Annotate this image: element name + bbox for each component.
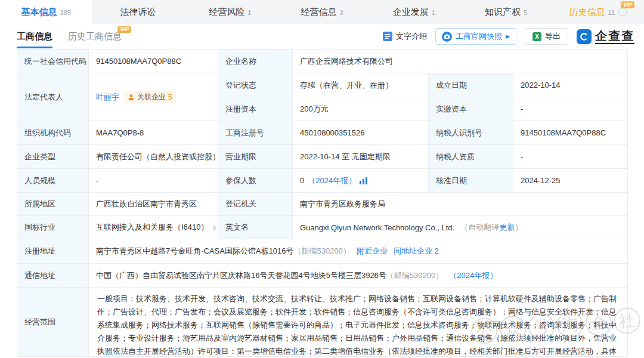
- reg-address-value: 南宁市青秀区中越路7号金旺角·CASA国际公馆A栋1016号: [96, 246, 294, 257]
- reg-capital-value: 200万元: [293, 97, 429, 121]
- est-date-label: 成立日期: [429, 73, 513, 97]
- subtab-label: 历史工商信息: [68, 31, 122, 41]
- insured-value: 0: [300, 176, 304, 185]
- tab-label: 企业发展: [393, 7, 429, 18]
- reg-status-label: 登记状态: [218, 73, 293, 97]
- snapshot-button[interactable]: 工商官网快照 ▶: [435, 28, 516, 45]
- qichacha-logo-text: 企查查: [595, 29, 634, 44]
- tab-count: 3: [339, 9, 343, 16]
- translate-update-link[interactable]: 更新: [499, 222, 515, 233]
- insured-report-link[interactable]: （2024年报）: [308, 175, 356, 186]
- staff-size-value: -: [89, 169, 218, 193]
- region-label: 所属地区: [17, 193, 89, 216]
- reg-authority-label: 登记机关: [218, 193, 293, 216]
- scope-value: 一般项目：技术服务、技术开发、技术咨询、技术交流、技术转让、技术推广；网络设备销…: [89, 288, 628, 357]
- approval-date-label: 核准日期: [429, 169, 513, 193]
- text-intro-label: 文字介绍: [396, 31, 427, 42]
- business-term-value: 2022-10-14 至 无固定期限: [293, 145, 429, 169]
- tab-company-development[interactable]: 企业发展 1: [368, 0, 460, 24]
- vip-badge: VIP: [621, 1, 634, 8]
- qichacha-logo[interactable]: 企查查: [577, 29, 634, 44]
- insured-label: 参保人数: [218, 169, 293, 193]
- text-intro-button[interactable]: 文字介绍: [383, 31, 427, 42]
- org-code-value: MAA7Q0P8-8: [89, 121, 218, 145]
- approval-date-value: 2024-12-25: [513, 169, 628, 193]
- chevron-down-icon[interactable]: ∨: [212, 224, 217, 232]
- scope-label: 经营范围: [17, 288, 89, 357]
- legal-rep-label: 法定代表人: [17, 73, 89, 121]
- tab-count: 5: [524, 9, 527, 16]
- tab-count: 385: [60, 9, 70, 16]
- industry-label: 国标行业: [17, 216, 89, 239]
- insured-cell: 0 （2024年报）: [293, 169, 429, 193]
- tab-operation-info[interactable]: 经营信息 3: [276, 0, 368, 24]
- nearby-companies-link[interactable]: 附近企业: [357, 246, 388, 257]
- play-arrow-icon: ▶: [506, 33, 510, 39]
- reg-no-label: 工商注册号: [218, 121, 293, 145]
- qichacha-logo-icon: [577, 29, 592, 44]
- related-companies-count: 5: [168, 93, 172, 101]
- mail-address-zip: （邮编530200）: [386, 270, 443, 281]
- tab-count: 11: [608, 9, 615, 16]
- tab-label: 知识产权: [485, 7, 521, 18]
- taxpayer-qual-label: 纳税人资质: [429, 145, 513, 169]
- tab-operation-risk[interactable]: 经营风险 1: [184, 0, 276, 24]
- staff-size-label: 人员规模: [17, 169, 89, 193]
- credit-code-label: 统一社会信用代码: [17, 50, 89, 73]
- industry-value: 互联网接入及相关服务（I6410）: [96, 222, 209, 233]
- trend-chart-icon[interactable]: [360, 177, 367, 184]
- reg-authority-value: 南宁市青秀区政务服务局: [293, 193, 628, 216]
- same-address-companies-link[interactable]: 同地址企业 2: [394, 246, 439, 257]
- related-companies-label: 关联企业: [137, 92, 166, 102]
- reg-address-zip: （邮编530200）: [294, 246, 351, 257]
- top-nav: 基本信息 385 法律诉讼 经营风险 1 经营信息 3 企业发展 1 知识产权 …: [0, 0, 644, 24]
- credit-code-value: 91450108MAA7Q0P88C: [89, 50, 218, 73]
- info-circle-icon[interactable]: [618, 8, 627, 16]
- toolbar: 文字介绍 工商官网快照 ▶ X 导出: [383, 28, 634, 45]
- tab-label: 经营信息: [301, 7, 336, 18]
- company-type-value: 有限责任公司（自然人投资或控股）: [89, 145, 218, 169]
- taxpayer-id-value: 91450108MAA7Q0P88C: [513, 121, 628, 145]
- company-type-label: 企业类型: [17, 145, 89, 169]
- tab-legal-litigation[interactable]: 法律诉讼: [92, 0, 184, 24]
- mail-address-value: 中国（广西）自由贸易试验区南宁片区庆林路16号天誉花园4号地块5号楼三层3926…: [96, 270, 386, 281]
- reg-status-value: 存续（在营、开业、在册）: [293, 73, 429, 97]
- tab-basic-info[interactable]: 基本信息 385: [0, 0, 92, 24]
- reg-capital-label: 注册资本: [218, 97, 293, 121]
- taxpayer-id-label: 纳税人识别号: [429, 121, 513, 145]
- est-date-value: 2022-10-14: [513, 73, 628, 97]
- auto-translate-note-close: ）: [515, 222, 522, 233]
- tab-label: 历史信息: [569, 7, 605, 18]
- business-term-label: 营业期限: [218, 145, 293, 169]
- tab-intellectual-property[interactable]: 知识产权 5: [460, 0, 552, 24]
- reg-address-label: 注册地址: [17, 239, 89, 264]
- mail-report-link[interactable]: （2024年报）: [449, 270, 497, 281]
- tab-label: 经营风险: [209, 7, 244, 18]
- sub-header: 工商信息 历史工商信息 VIP 文字介绍: [0, 24, 644, 49]
- region-value: 广西壮族自治区南宁市青秀区: [89, 193, 218, 216]
- related-companies-badge[interactable]: 关联企业 5: [124, 91, 176, 103]
- tab-count: 1: [247, 9, 251, 16]
- english-name-value: Guangxi Qiyun Network Technology Co., Lt…: [300, 223, 454, 232]
- tab-business-registration-info[interactable]: 工商信息: [17, 31, 52, 42]
- company-basic-info-page: 基本信息 385 法律诉讼 经营风险 1 经营信息 3 企业发展 1 知识产权 …: [0, 0, 644, 358]
- reg-address-cell: 南宁市青秀区中越路7号金旺角·CASA国际公馆A栋1016号 （邮编530200…: [89, 239, 628, 264]
- legal-rep-link[interactable]: 叶丽宇: [96, 92, 119, 103]
- taxpayer-qual-value: -: [513, 145, 628, 169]
- info-table: 统一社会信用代码 91450108MAA7Q0P88C 企业名称 广西企云网络技…: [17, 49, 627, 357]
- legal-rep-cell: 叶丽宇 关联企业 5: [89, 73, 218, 121]
- text-lines-icon: [383, 32, 392, 41]
- tab-count: 1: [432, 9, 435, 16]
- mail-address-cell: 中国（广西）自由贸易试验区南宁片区庆林路16号天誉花园4号地块5号楼三层3926…: [89, 264, 628, 288]
- tab-history-business-info[interactable]: 历史工商信息 VIP: [68, 31, 122, 42]
- reg-no-value: 450108000351526: [293, 121, 429, 145]
- english-name-cell: Guangxi Qiyun Network Technology Co., Lt…: [293, 216, 628, 239]
- mail-address-label: 通信地址: [17, 264, 89, 288]
- related-companies-icon: [128, 94, 135, 101]
- export-label: 导出: [545, 31, 561, 42]
- export-button[interactable]: X 导出: [525, 28, 568, 45]
- tab-history-info[interactable]: VIP 历史信息 11: [552, 0, 644, 24]
- auto-translate-note: （自动翻译: [460, 222, 499, 233]
- industry-cell: 互联网接入及相关服务（I6410） ∨: [89, 216, 218, 239]
- sub-tabs: 工商信息 历史工商信息 VIP: [17, 31, 122, 42]
